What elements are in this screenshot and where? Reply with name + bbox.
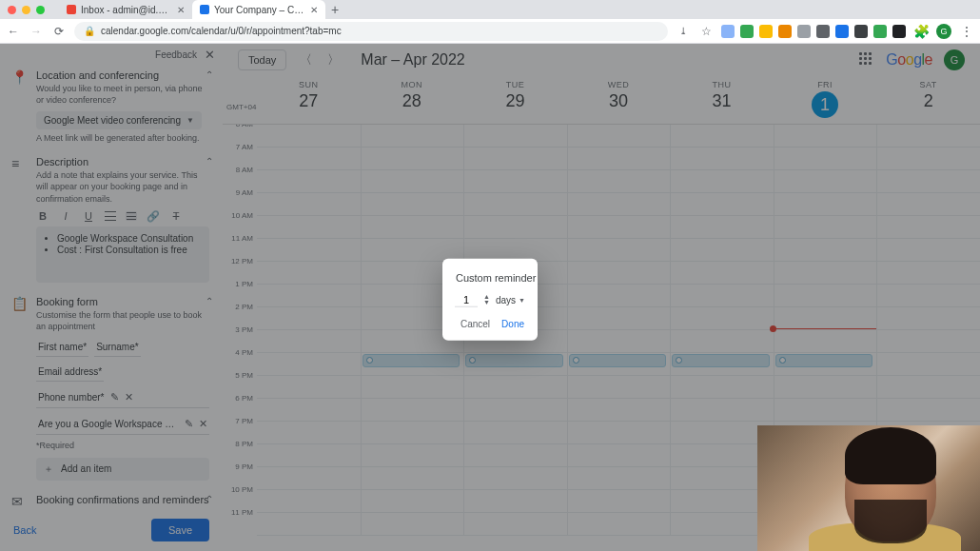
- time-cell[interactable]: [463, 216, 567, 239]
- day-column-header[interactable]: WED30: [567, 76, 671, 124]
- meet-conferencing-select[interactable]: Google Meet video conferencing ▼: [36, 111, 202, 129]
- tab-close-icon[interactable]: ✕: [177, 5, 185, 15]
- back-button[interactable]: Back: [13, 524, 36, 536]
- url-field[interactable]: 🔒 calendar.google.com/calendar/u/0/r/app…: [74, 22, 668, 41]
- time-cell[interactable]: [567, 170, 671, 193]
- availability-block[interactable]: [775, 354, 873, 367]
- time-cell[interactable]: [567, 330, 671, 353]
- drag-handle-icon[interactable]: [573, 357, 579, 364]
- time-cell[interactable]: [774, 376, 877, 399]
- save-button[interactable]: Save: [151, 519, 209, 541]
- time-cell[interactable]: [567, 422, 671, 444]
- time-cell[interactable]: [670, 125, 774, 148]
- time-cell[interactable]: [361, 376, 464, 399]
- drag-handle-icon[interactable]: [676, 357, 682, 364]
- availability-block[interactable]: [672, 354, 770, 367]
- new-tab-button[interactable]: +: [325, 0, 344, 19]
- bookmark-star-icon[interactable]: ☆: [698, 25, 714, 38]
- time-cell[interactable]: [774, 148, 877, 170]
- time-cell[interactable]: [774, 193, 877, 216]
- time-cell[interactable]: [670, 285, 774, 307]
- next-week-icon[interactable]: 〉: [325, 51, 342, 69]
- time-cell[interactable]: [876, 125, 980, 148]
- time-cell[interactable]: [257, 467, 361, 490]
- time-cell[interactable]: [567, 125, 671, 148]
- time-cell[interactable]: [774, 307, 877, 330]
- tab-close-icon[interactable]: ✕: [310, 5, 318, 15]
- cancel-button[interactable]: Cancel: [461, 316, 490, 330]
- description-editor[interactable]: Google Workspace ConsultationCost : Firs…: [36, 226, 209, 283]
- time-cell[interactable]: [567, 444, 671, 467]
- time-cell[interactable]: [361, 193, 464, 216]
- time-cell[interactable]: [567, 376, 671, 399]
- day-column-header[interactable]: THU31: [670, 76, 774, 124]
- window-controls[interactable]: [8, 6, 45, 14]
- time-cell[interactable]: [567, 285, 671, 307]
- time-cell[interactable]: [361, 513, 464, 536]
- time-cell[interactable]: [567, 239, 671, 262]
- step-down-icon[interactable]: ▼: [483, 300, 490, 305]
- time-cell[interactable]: [876, 330, 980, 353]
- extensions-puzzle-icon[interactable]: 🧩: [913, 24, 929, 39]
- time-cell[interactable]: [361, 216, 464, 239]
- time-cell[interactable]: [774, 170, 877, 193]
- extension-icon[interactable]: [816, 25, 830, 38]
- time-cell[interactable]: [361, 399, 464, 422]
- time-cell[interactable]: [670, 239, 774, 262]
- edit-field-icon[interactable]: ✎: [185, 418, 193, 430]
- remove-field-icon[interactable]: ✕: [199, 418, 207, 430]
- time-cell[interactable]: [670, 262, 774, 285]
- time-cell[interactable]: [876, 148, 980, 170]
- time-cell[interactable]: [257, 513, 361, 536]
- time-cell[interactable]: [463, 170, 567, 193]
- time-cell[interactable]: [876, 216, 980, 239]
- time-cell[interactable]: [876, 239, 980, 262]
- reminder-unit-select[interactable]: days ▼: [496, 294, 525, 305]
- browser-menu-icon[interactable]: ⋮: [959, 24, 974, 39]
- chevron-up-icon[interactable]: ⌃: [206, 296, 213, 306]
- time-cell[interactable]: [257, 307, 361, 330]
- time-cell[interactable]: [257, 170, 361, 193]
- day-column-header[interactable]: TUE29: [463, 76, 567, 124]
- edit-field-icon[interactable]: ✎: [110, 391, 119, 403]
- time-cell[interactable]: [463, 193, 567, 216]
- time-cell[interactable]: [670, 170, 774, 193]
- day-column-header[interactable]: SUN27: [257, 76, 361, 124]
- time-cell[interactable]: [463, 490, 567, 513]
- time-cell[interactable]: [567, 490, 671, 513]
- nav-forward-icon[interactable]: →: [29, 25, 44, 38]
- time-cell[interactable]: [463, 148, 567, 170]
- day-column-header[interactable]: FRI1: [774, 76, 877, 124]
- time-cell[interactable]: [774, 330, 877, 353]
- availability-block[interactable]: [363, 354, 461, 367]
- extension-icon[interactable]: [721, 25, 735, 38]
- window-fullscreen-icon[interactable]: [36, 6, 45, 14]
- time-cell[interactable]: [567, 513, 671, 536]
- extension-icon[interactable]: [778, 25, 792, 38]
- time-cell[interactable]: [774, 239, 877, 262]
- time-cell[interactable]: [257, 285, 361, 307]
- close-panel-icon[interactable]: ✕: [205, 48, 215, 62]
- time-cell[interactable]: [257, 216, 361, 239]
- day-column-header[interactable]: MON28: [361, 76, 464, 124]
- extension-icon[interactable]: [892, 25, 906, 38]
- time-cell[interactable]: [670, 216, 774, 239]
- time-cell[interactable]: [257, 353, 361, 376]
- extension-icon[interactable]: [873, 25, 887, 38]
- numbered-list-button[interactable]: [105, 211, 116, 221]
- time-cell[interactable]: [361, 444, 464, 467]
- drag-handle-icon[interactable]: [469, 357, 476, 364]
- time-cell[interactable]: [257, 399, 361, 422]
- time-cell[interactable]: [774, 285, 877, 307]
- availability-block[interactable]: [569, 354, 667, 367]
- time-cell[interactable]: [567, 399, 671, 422]
- link-button[interactable]: 🔗: [147, 210, 160, 223]
- done-button[interactable]: Done: [501, 316, 524, 330]
- time-cell[interactable]: [257, 148, 361, 170]
- time-cell[interactable]: [567, 467, 671, 490]
- profile-avatar[interactable]: G: [936, 24, 951, 39]
- underline-button[interactable]: U: [82, 210, 95, 222]
- time-cell[interactable]: [567, 193, 671, 216]
- time-cell[interactable]: [774, 125, 877, 148]
- extension-icon[interactable]: [854, 25, 868, 38]
